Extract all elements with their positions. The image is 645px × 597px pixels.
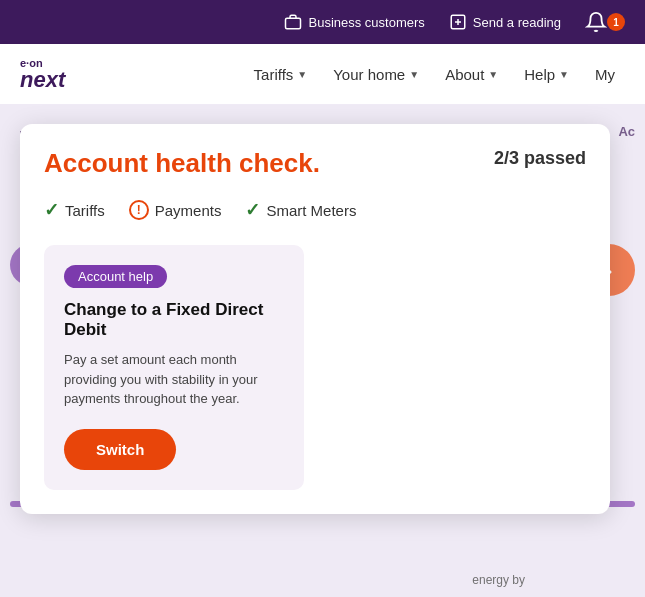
switch-button[interactable]: Switch <box>64 429 176 470</box>
modal-score: 2/3 passed <box>494 148 586 169</box>
health-check-modal: Account health check. 2/3 passed ✓ Tarif… <box>20 124 610 514</box>
check-payments: ! Payments <box>129 200 222 220</box>
card-badge: Account help <box>64 265 167 288</box>
notifications-wrapper[interactable]: 1 <box>585 11 625 33</box>
recommendation-card: Account help Change to a Fixed Direct De… <box>44 245 304 490</box>
business-customers-link[interactable]: Business customers <box>284 13 424 31</box>
your-home-chevron-icon: ▼ <box>409 69 419 80</box>
check-smart-meters: ✓ Smart Meters <box>245 199 356 221</box>
nav-help[interactable]: Help ▼ <box>514 60 579 89</box>
tariffs-pass-icon: ✓ <box>44 199 59 221</box>
tariffs-chevron-icon: ▼ <box>297 69 307 80</box>
top-bar: Business customers Send a reading 1 <box>0 0 645 44</box>
send-reading-link[interactable]: Send a reading <box>449 13 561 31</box>
card-description: Pay a set amount each month providing yo… <box>64 350 284 409</box>
check-items: ✓ Tariffs ! Payments ✓ Smart Meters <box>44 199 586 221</box>
page-background: We 192 G... Ac t paym payme ment is s af… <box>0 104 645 597</box>
smart-meters-pass-icon: ✓ <box>245 199 260 221</box>
payments-check-label: Payments <box>155 202 222 219</box>
modal-overlay: Account health check. 2/3 passed ✓ Tarif… <box>0 104 645 597</box>
nav-your-home[interactable]: Your home ▼ <box>323 60 429 89</box>
nav-about[interactable]: About ▼ <box>435 60 508 89</box>
card-title: Change to a Fixed Direct Debit <box>64 300 284 340</box>
nav-items: Tariffs ▼ Your home ▼ About ▼ Help ▼ My <box>244 60 625 89</box>
about-chevron-icon: ▼ <box>488 69 498 80</box>
payments-warning-icon: ! <box>129 200 149 220</box>
modal-title: Account health check. <box>44 148 320 179</box>
briefcase-icon <box>284 13 302 31</box>
meter-icon <box>449 13 467 31</box>
help-chevron-icon: ▼ <box>559 69 569 80</box>
business-customers-label: Business customers <box>308 15 424 30</box>
logo-next-text: next <box>20 69 65 91</box>
nav-bar: e·on next Tariffs ▼ Your home ▼ About ▼ … <box>0 44 645 104</box>
notification-badge: 1 <box>607 13 625 31</box>
nav-my[interactable]: My <box>585 60 625 89</box>
send-reading-label: Send a reading <box>473 15 561 30</box>
tariffs-check-label: Tariffs <box>65 202 105 219</box>
smart-meters-check-label: Smart Meters <box>266 202 356 219</box>
bell-icon <box>585 11 607 33</box>
svg-rect-0 <box>286 18 301 29</box>
modal-header: Account health check. 2/3 passed <box>44 148 586 179</box>
check-tariffs: ✓ Tariffs <box>44 199 105 221</box>
logo[interactable]: e·on next <box>20 58 65 91</box>
nav-tariffs[interactable]: Tariffs ▼ <box>244 60 318 89</box>
